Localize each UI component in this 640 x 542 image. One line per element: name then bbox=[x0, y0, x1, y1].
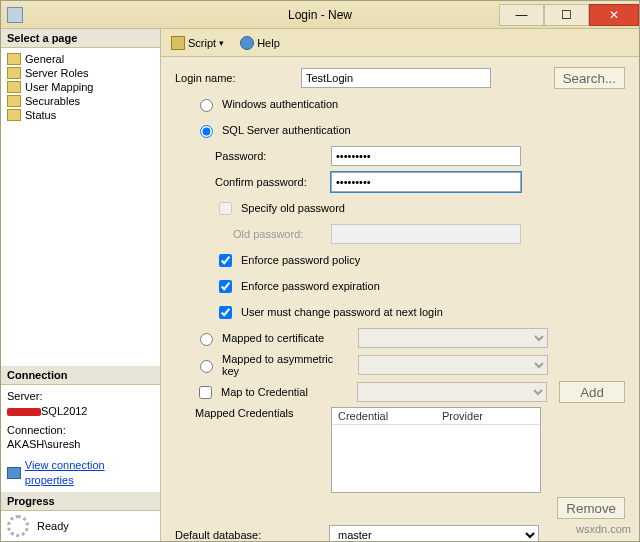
page-icon bbox=[7, 95, 21, 107]
progress-header: Progress bbox=[1, 492, 160, 511]
default-database-label: Default database: bbox=[175, 529, 323, 541]
right-pane: Script▾ Help Login name: Search... Windo… bbox=[161, 29, 639, 541]
page-icon bbox=[7, 109, 21, 121]
progress-row: Ready bbox=[1, 511, 160, 541]
mapped-credentials-label: Mapped Credentials bbox=[195, 407, 325, 419]
auth-windows-radio[interactable]: Windows authentication bbox=[195, 93, 625, 115]
connection-info: Server: SQL2012 Connection: AKASH\suresh… bbox=[1, 385, 160, 492]
radio-input[interactable] bbox=[200, 125, 213, 138]
check-label: User must change password at next login bbox=[241, 306, 443, 318]
add-button[interactable]: Add bbox=[559, 381, 625, 403]
script-icon bbox=[171, 36, 185, 50]
chevron-down-icon: ▾ bbox=[219, 38, 224, 48]
password-label: Password: bbox=[215, 150, 325, 162]
page-nav: General Server Roles User Mapping Secura… bbox=[1, 48, 160, 126]
radio-input[interactable] bbox=[200, 360, 213, 373]
login-name-input[interactable] bbox=[301, 68, 491, 88]
nav-user-mapping[interactable]: User Mapping bbox=[1, 80, 160, 94]
nav-securables[interactable]: Securables bbox=[1, 94, 160, 108]
radio-label: Windows authentication bbox=[222, 98, 338, 110]
page-icon bbox=[7, 67, 21, 79]
remove-button[interactable]: Remove bbox=[557, 497, 625, 519]
mapped-asym-radio[interactable]: Mapped to asymmetric key bbox=[195, 353, 625, 377]
must-change-check[interactable]: User must change password at next login bbox=[215, 301, 625, 323]
radio-input[interactable] bbox=[200, 333, 213, 346]
maximize-button[interactable]: ☐ bbox=[544, 4, 589, 26]
close-button[interactable]: ✕ bbox=[589, 4, 639, 26]
map-to-credential-check[interactable]: Map to Credential Add bbox=[195, 381, 625, 403]
nav-server-roles[interactable]: Server Roles bbox=[1, 66, 160, 80]
default-database-select[interactable]: master bbox=[329, 525, 539, 541]
radio-label: SQL Server authentication bbox=[222, 124, 351, 136]
confirm-password-label: Confirm password: bbox=[215, 176, 325, 188]
progress-status: Ready bbox=[37, 520, 69, 532]
window-buttons: — ☐ ✕ bbox=[499, 4, 639, 26]
enforce-expiration-check[interactable]: Enforce password expiration bbox=[215, 275, 625, 297]
old-password-label: Old password: bbox=[233, 228, 325, 240]
radio-label: Mapped to certificate bbox=[222, 332, 352, 344]
certificate-select bbox=[358, 328, 548, 348]
nav-label: User Mapping bbox=[25, 81, 93, 93]
asym-key-select bbox=[358, 355, 548, 375]
titlebar: Login - New — ☐ ✕ bbox=[1, 1, 639, 29]
redacted-icon bbox=[7, 408, 41, 416]
connection-header: Connection bbox=[1, 366, 160, 385]
radio-input[interactable] bbox=[200, 99, 213, 112]
connection-value: AKASH\suresh bbox=[7, 437, 154, 452]
check-label: Specify old password bbox=[241, 202, 345, 214]
properties-icon bbox=[7, 467, 21, 479]
nav-label: Status bbox=[25, 109, 56, 121]
login-name-label: Login name: bbox=[175, 72, 295, 84]
nav-label: Server Roles bbox=[25, 67, 89, 79]
radio-label: Mapped to asymmetric key bbox=[222, 353, 352, 377]
mapped-cert-radio[interactable]: Mapped to certificate bbox=[195, 327, 625, 349]
checkbox-input[interactable] bbox=[199, 386, 212, 399]
enforce-policy-check[interactable]: Enforce password policy bbox=[215, 249, 625, 271]
checkbox-input[interactable] bbox=[219, 306, 232, 319]
old-password-input bbox=[331, 224, 521, 244]
password-input[interactable] bbox=[331, 146, 521, 166]
confirm-password-input[interactable] bbox=[331, 172, 521, 192]
specify-old-password-check: Specify old password bbox=[215, 197, 625, 219]
check-label: Enforce password expiration bbox=[241, 280, 380, 292]
help-button[interactable]: Help bbox=[236, 34, 284, 52]
page-icon bbox=[7, 81, 21, 93]
connection-label: Connection: bbox=[7, 423, 154, 438]
nav-general[interactable]: General bbox=[1, 52, 160, 66]
checkbox-input bbox=[219, 202, 232, 215]
credentials-header: Credential Provider bbox=[332, 408, 540, 425]
progress-spinner-icon bbox=[7, 515, 29, 537]
select-page-header: Select a page bbox=[1, 29, 160, 48]
body: Select a page General Server Roles User … bbox=[1, 29, 639, 541]
check-label: Enforce password policy bbox=[241, 254, 360, 266]
view-connection-properties-link[interactable]: View connection properties bbox=[7, 458, 154, 488]
script-button[interactable]: Script▾ bbox=[167, 34, 228, 52]
server-value: SQL2012 bbox=[7, 404, 154, 419]
server-label: Server: bbox=[7, 389, 154, 404]
toolbar: Script▾ Help bbox=[161, 29, 639, 57]
nav-status[interactable]: Status bbox=[1, 108, 160, 122]
left-pane: Select a page General Server Roles User … bbox=[1, 29, 161, 541]
provider-column: Provider bbox=[436, 408, 540, 424]
form: Login name: Search... Windows authentica… bbox=[161, 57, 639, 541]
nav-label: Securables bbox=[25, 95, 80, 107]
app-icon bbox=[7, 7, 23, 23]
checkbox-input[interactable] bbox=[219, 280, 232, 293]
page-icon bbox=[7, 53, 21, 65]
help-icon bbox=[240, 36, 254, 50]
nav-label: General bbox=[25, 53, 64, 65]
credential-column: Credential bbox=[332, 408, 436, 424]
window: Login - New — ☐ ✕ Select a page General … bbox=[0, 0, 640, 542]
minimize-button[interactable]: — bbox=[499, 4, 544, 26]
mapped-credentials-list[interactable]: Credential Provider bbox=[331, 407, 541, 493]
credential-select bbox=[357, 382, 547, 402]
search-button[interactable]: Search... bbox=[554, 67, 625, 89]
auth-sql-radio[interactable]: SQL Server authentication bbox=[195, 119, 625, 141]
check-label: Map to Credential bbox=[221, 386, 351, 398]
checkbox-input[interactable] bbox=[219, 254, 232, 267]
